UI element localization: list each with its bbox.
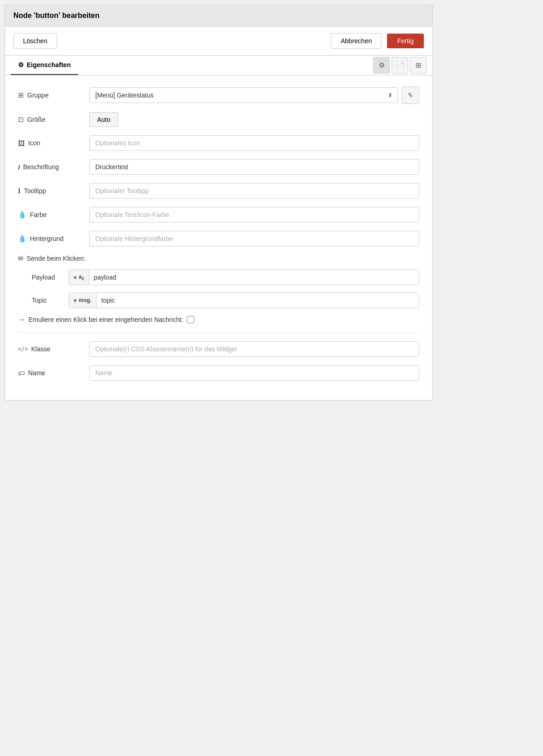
sende-label-text: Sende beim Klicken:: [27, 255, 86, 262]
gruppe-icon: ⊞: [18, 91, 24, 99]
layout-tab-icon: ⊞: [416, 61, 422, 69]
farbe-icon: 💧: [18, 211, 27, 219]
topic-type-arrow: ▾: [74, 297, 77, 304]
payload-value-input[interactable]: [89, 270, 419, 285]
tab-properties[interactable]: ⚙ Eigenschaften: [11, 56, 78, 75]
tab-icon-group: ⚙ 📄 ⊞: [373, 57, 427, 74]
hintergrund-icon: 💧: [18, 235, 27, 243]
tab-doc-icon-btn[interactable]: 📄: [392, 57, 408, 74]
klasse-label: </> Klasse: [18, 345, 89, 353]
beschriftung-row: I Beschriftung: [18, 159, 419, 175]
payload-type-icon: az: [79, 274, 84, 281]
sende-section-label: ✉ Sende beim Klicken:: [18, 255, 419, 262]
name-label-text: Name: [28, 369, 45, 377]
name-input[interactable]: [89, 365, 419, 381]
panel-header: Node 'button' bearbeiten: [5, 5, 432, 27]
icon-row: 🖼 Icon: [18, 135, 419, 151]
hintergrund-input[interactable]: [89, 231, 419, 246]
klasse-icon: </>: [18, 346, 28, 352]
name-row: 🏷 Name: [18, 365, 419, 381]
klasse-row: </> Klasse: [18, 341, 419, 357]
groesse-icon: ⊡: [18, 115, 24, 124]
tab-layout-icon-btn[interactable]: ⊞: [410, 57, 427, 74]
tabs-bar: ⚙ Eigenschaften ⚙ 📄 ⊞: [5, 56, 432, 75]
topic-label: Topic: [32, 297, 69, 304]
hintergrund-label: 💧 Hintergrund: [18, 235, 89, 243]
name-label: 🏷 Name: [18, 369, 89, 377]
tab-gear-icon-btn[interactable]: ⚙: [373, 57, 390, 74]
emulate-arrow-icon: →: [18, 315, 25, 323]
icon-label-text: Icon: [28, 139, 40, 147]
delete-button[interactable]: Löschen: [13, 33, 57, 49]
edit-icon: ✎: [408, 92, 413, 99]
gruppe-label: ⊞ Gruppe: [18, 91, 89, 99]
icon-label: 🖼 Icon: [18, 139, 89, 147]
payload-row: Payload ▾ az: [32, 269, 419, 285]
gruppe-row: ⊞ Gruppe [Menü] Gerätestatus ⬍ ✎: [18, 86, 419, 104]
gruppe-edit-button[interactable]: ✎: [402, 86, 419, 104]
doc-tab-icon: 📄: [396, 61, 404, 69]
done-button[interactable]: Fertig: [387, 34, 424, 48]
gruppe-select[interactable]: [Menü] Gerätestatus: [89, 87, 398, 103]
payload-type-arrow: ▾: [74, 274, 77, 281]
hintergrund-row: 💧 Hintergrund: [18, 231, 419, 246]
emulate-checkbox[interactable]: [187, 316, 194, 323]
topic-type-button[interactable]: ▾ msg.: [69, 293, 97, 308]
groesse-label-text: Größe: [27, 116, 46, 123]
tab-properties-label: Eigenschaften: [27, 61, 71, 69]
klasse-input[interactable]: [89, 341, 419, 357]
tooltipp-row: ℹ Tooltipp: [18, 183, 419, 199]
toolbar: Löschen Abbrechen Fertig: [5, 27, 432, 56]
icon-input[interactable]: [89, 135, 419, 151]
klasse-label-text: Klasse: [31, 345, 51, 353]
gruppe-label-text: Gruppe: [27, 92, 49, 99]
tooltipp-icon: ℹ: [18, 187, 21, 195]
groesse-row: ⊡ Größe Auto: [18, 112, 419, 127]
payload-input-wrapper: ▾ az: [69, 269, 419, 285]
groesse-label: ⊡ Größe: [18, 115, 89, 124]
payload-type-button[interactable]: ▾ az: [69, 270, 89, 285]
panel-title: Node 'button' bearbeiten: [13, 11, 99, 19]
beschriftung-input[interactable]: [89, 159, 419, 175]
payload-label: Payload: [32, 274, 69, 281]
divider: [18, 332, 419, 333]
topic-type-icon: msg.: [79, 297, 92, 304]
farbe-input[interactable]: [89, 207, 419, 223]
size-auto-button[interactable]: Auto: [89, 112, 118, 127]
emulate-row: → Emuliere einen Klick bei einer eingehe…: [18, 315, 419, 323]
tooltipp-input[interactable]: [89, 183, 419, 199]
hintergrund-label-text: Hintergrund: [30, 235, 64, 242]
tooltipp-label-text: Tooltipp: [24, 187, 46, 195]
emulate-label-text: Emuliere einen Klick bei einer eingehend…: [29, 316, 183, 323]
cancel-button[interactable]: Abbrechen: [331, 33, 381, 49]
topic-input-wrapper: ▾ msg.: [69, 292, 419, 308]
beschriftung-label: I Beschriftung: [18, 163, 89, 171]
form-body: ⊞ Gruppe [Menü] Gerätestatus ⬍ ✎ ⊡ Größe…: [5, 75, 432, 400]
icon-field-icon: 🖼: [18, 139, 25, 147]
gear-tab-icon: ⚙: [379, 61, 385, 69]
farbe-label-text: Farbe: [30, 211, 47, 218]
topic-value-input[interactable]: [97, 293, 419, 308]
sende-icon: ✉: [18, 255, 23, 262]
gear-icon: ⚙: [18, 61, 24, 69]
topic-row: Topic ▾ msg.: [32, 292, 419, 308]
farbe-row: 💧 Farbe: [18, 207, 419, 223]
beschriftung-label-text: Beschriftung: [23, 163, 59, 171]
gruppe-select-wrapper: [Menü] Gerätestatus ⬍: [89, 87, 398, 103]
beschriftung-icon: I: [18, 163, 20, 171]
farbe-label: 💧 Farbe: [18, 211, 89, 219]
tooltipp-label: ℹ Tooltipp: [18, 187, 89, 195]
name-icon: 🏷: [18, 369, 25, 377]
